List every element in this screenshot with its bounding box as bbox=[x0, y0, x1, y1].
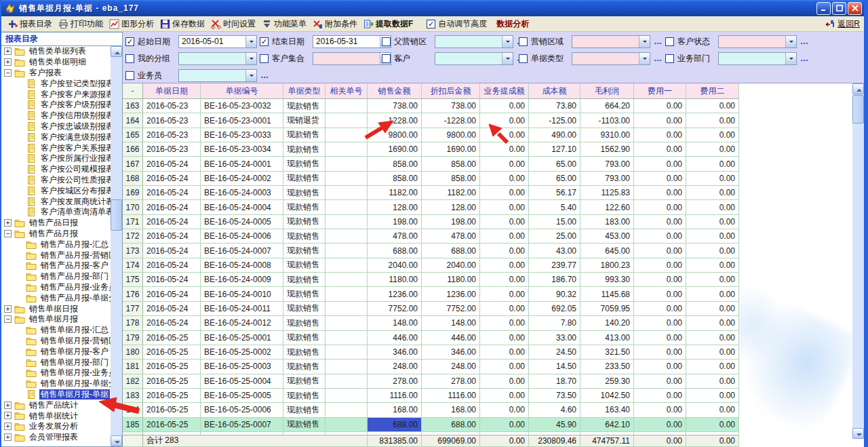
table-cell[interactable]: 168.00 bbox=[422, 403, 480, 417]
table-cell[interactable]: 2016-05-25 bbox=[143, 374, 201, 389]
table-cell[interactable]: 0.00 bbox=[634, 157, 686, 171]
dropdown-arrow-icon[interactable] bbox=[502, 53, 513, 64]
table-cell[interactable]: 2016-05-24 bbox=[143, 316, 201, 330]
table-cell[interactable]: 2016-05-24 bbox=[143, 273, 201, 287]
table-cell[interactable]: 0.00 bbox=[634, 302, 686, 316]
table-cell[interactable]: 7752.00 bbox=[368, 302, 422, 316]
table-cell[interactable]: BE-16-05-24-0011 bbox=[201, 302, 283, 316]
table-cell[interactable]: 1182.00 bbox=[368, 186, 422, 200]
table-cell[interactable] bbox=[326, 389, 368, 403]
table-cell[interactable]: 0.00 bbox=[480, 244, 529, 258]
sidebar-item[interactable]: 销售单据月报-单据分类 bbox=[1, 378, 111, 389]
table-row[interactable]: 1662016-05-23BE-16-05-23-0034现款销售1690.00… bbox=[123, 142, 739, 157]
table-cell[interactable]: -1103.00 bbox=[580, 113, 634, 128]
sidebar-item[interactable]: 销售产品月报-部门 bbox=[1, 271, 111, 282]
table-cell[interactable]: 1125.83 bbox=[580, 186, 634, 200]
table-cell[interactable] bbox=[326, 359, 368, 374]
table-cell[interactable]: 14.50 bbox=[529, 359, 580, 374]
table-cell[interactable]: 1236.00 bbox=[422, 287, 480, 301]
table-cell[interactable]: 0.00 bbox=[480, 258, 529, 273]
table-cell[interactable]: 7752.00 bbox=[422, 302, 480, 316]
expand-plus-icon[interactable]: + bbox=[4, 423, 12, 430]
table-cell[interactable] bbox=[326, 186, 368, 200]
table-cell[interactable]: 2040.00 bbox=[422, 258, 480, 273]
table-cell[interactable]: 1180.00 bbox=[368, 273, 422, 287]
table-cell[interactable]: 163.40 bbox=[580, 403, 634, 417]
table-cell[interactable]: 0.00 bbox=[634, 273, 686, 287]
sidebar-item[interactable]: +销售产品日报 bbox=[1, 218, 111, 229]
sidebar-item[interactable]: 客户按客户关系报表 bbox=[1, 142, 111, 153]
dropdown-arrow-icon[interactable] bbox=[245, 53, 256, 64]
table-cell[interactable]: 346.00 bbox=[368, 345, 422, 359]
table-cell[interactable]: 122.60 bbox=[580, 200, 634, 214]
table-cell[interactable]: 1800.23 bbox=[580, 258, 634, 273]
table-cell[interactable]: BE-16-05-24-0008 bbox=[201, 258, 283, 273]
table-cell[interactable]: 65.00 bbox=[529, 157, 580, 171]
filter-checkbox[interactable] bbox=[665, 37, 674, 46]
table-cell[interactable]: 0.00 bbox=[480, 374, 529, 389]
table-cell[interactable]: 现款销售 bbox=[283, 186, 326, 200]
table-cell[interactable]: 0.00 bbox=[480, 215, 529, 229]
table-row[interactable]: 1852016-05-25BE-16-05-25-0007现款销售688.006… bbox=[123, 418, 739, 432]
filter-checkbox[interactable] bbox=[125, 71, 134, 80]
sidebar-item[interactable]: 销售单据月报-营销区 bbox=[1, 336, 111, 347]
table-cell[interactable]: 0.00 bbox=[634, 316, 686, 330]
table-cell[interactable]: 45.90 bbox=[529, 418, 580, 432]
table-cell[interactable]: 现款销售 bbox=[283, 244, 326, 258]
table-cell[interactable]: 0.00 bbox=[480, 200, 529, 214]
table-cell[interactable]: 664.20 bbox=[580, 99, 634, 113]
table-cell[interactable]: 2016-05-24 bbox=[143, 200, 201, 214]
column-header-相关单号[interactable]: 相关单号 bbox=[326, 83, 368, 99]
table-cell[interactable]: 0.00 bbox=[480, 359, 529, 374]
column-header-销售金额[interactable]: 销售金额 bbox=[368, 83, 422, 99]
table-cell[interactable]: 0.00 bbox=[480, 99, 529, 113]
table-cell[interactable]: 0.00 bbox=[634, 389, 686, 403]
filter-checkbox[interactable] bbox=[382, 54, 391, 63]
table-cell[interactable]: 0.00 bbox=[480, 389, 529, 403]
table-cell[interactable]: 2040.00 bbox=[368, 258, 422, 273]
table-cell[interactable] bbox=[326, 374, 368, 389]
expand-plus-icon[interactable]: + bbox=[4, 219, 12, 227]
sidebar-item[interactable]: −客户报表 bbox=[1, 68, 111, 79]
table-cell[interactable]: 2016-05-25 bbox=[143, 403, 201, 417]
filter-checkbox[interactable] bbox=[519, 54, 528, 63]
filter-dropdown[interactable] bbox=[572, 52, 650, 65]
sidebar-item[interactable]: 销售单据月报-单据 bbox=[1, 389, 111, 400]
table-cell[interactable]: 642.10 bbox=[580, 418, 634, 432]
table-cell[interactable]: 0.00 bbox=[686, 215, 739, 229]
dropdown-arrow-icon[interactable] bbox=[785, 36, 796, 47]
table-row[interactable]: 1772016-05-24BE-16-05-24-0011现款销售7752.00… bbox=[123, 302, 739, 316]
table-cell[interactable]: BE-16-05-23-0034 bbox=[201, 142, 283, 157]
table-cell[interactable]: 现款销售 bbox=[283, 389, 326, 403]
filter-more-button[interactable]: … bbox=[654, 37, 663, 46]
table-cell[interactable]: 0.00 bbox=[480, 186, 529, 200]
toolbar-button-report-directory[interactable]: 报表目录 bbox=[5, 18, 56, 31]
table-cell[interactable] bbox=[326, 403, 368, 417]
sidebar-item[interactable]: +销售类单据明细 bbox=[1, 57, 111, 68]
sidebar-item[interactable]: 销售产品月报-客户 bbox=[1, 260, 111, 271]
table-cell[interactable]: 0.00 bbox=[686, 389, 739, 403]
filter-checkbox[interactable] bbox=[382, 37, 391, 46]
table-cell[interactable]: 738.00 bbox=[422, 99, 480, 113]
table-cell[interactable] bbox=[326, 113, 368, 128]
table-cell[interactable]: 248.00 bbox=[368, 359, 422, 374]
table-cell[interactable] bbox=[326, 331, 368, 345]
toolbar-button-extract-data[interactable]: 提取数据F bbox=[361, 18, 417, 31]
table-cell[interactable]: 148.00 bbox=[368, 316, 422, 330]
table-cell[interactable]: 0.00 bbox=[480, 302, 529, 316]
table-cell[interactable]: 现款销售 bbox=[283, 172, 326, 186]
table-cell[interactable]: 73.80 bbox=[529, 99, 580, 113]
table-cell[interactable]: 0.00 bbox=[686, 172, 739, 186]
table-cell[interactable]: 现款销售 bbox=[283, 316, 326, 330]
table-cell[interactable]: BE-16-05-24-0007 bbox=[201, 244, 283, 258]
table-cell[interactable]: BE-16-05-25-0004 bbox=[201, 374, 283, 389]
sidebar-item[interactable]: 客户按城区分布报表 bbox=[1, 185, 111, 196]
column-header-费用一[interactable]: 费用一 bbox=[634, 83, 686, 99]
table-scroll-up-button[interactable] bbox=[852, 83, 864, 94]
filter-more-button[interactable]: … bbox=[260, 71, 269, 80]
table-row[interactable]: 1722016-05-24BE-16-05-24-0006现款销售478.004… bbox=[123, 229, 739, 244]
toolbar-button-save[interactable]: 保存数据 bbox=[158, 18, 209, 31]
table-cell[interactable] bbox=[326, 258, 368, 273]
filter-dropdown[interactable] bbox=[313, 52, 391, 65]
data-analysis-button[interactable]: 数据分析 bbox=[496, 18, 529, 30]
